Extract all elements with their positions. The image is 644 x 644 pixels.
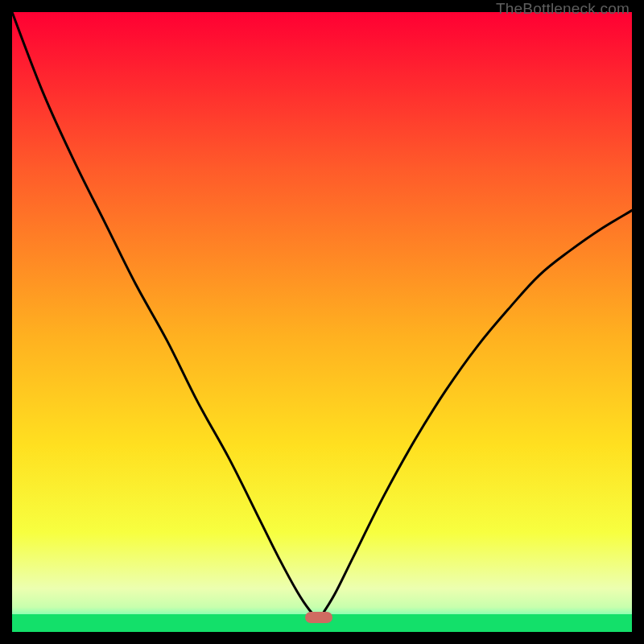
optimum-marker: [305, 612, 332, 623]
plot-area: [12, 12, 632, 632]
curve-left: [12, 12, 319, 620]
chart-frame: TheBottleneck.com: [0, 0, 644, 644]
curve-layer: [12, 12, 632, 632]
curve-right: [319, 210, 632, 619]
attribution-text: TheBottleneck.com: [496, 0, 630, 18]
